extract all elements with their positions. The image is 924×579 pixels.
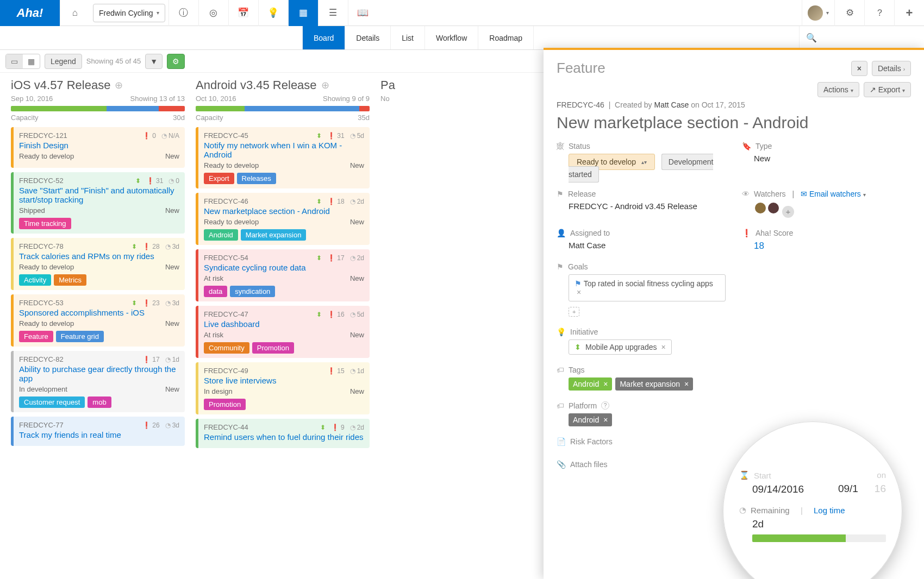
settings-button[interactable]: ⚙	[167, 54, 185, 69]
tag[interactable]: Export	[204, 173, 234, 184]
actions-button[interactable]: Actions ▾	[817, 82, 859, 97]
add-icon[interactable]: ⊕	[321, 79, 329, 91]
list-icon[interactable]: ☰	[318, 0, 348, 26]
feature-card[interactable]: FREDCYC-44 ⬍❗9◔2d Remind users when to f…	[196, 419, 370, 448]
log-time-link[interactable]: Log time	[814, 506, 845, 515]
card-status: Ready to develop	[19, 263, 74, 271]
email-watchers-link[interactable]: ✉ Email watchers ▾	[801, 190, 866, 198]
add-icon[interactable]: ⊕	[115, 79, 123, 91]
tab-list[interactable]: List	[391, 26, 425, 49]
tag[interactable]: mob	[88, 397, 111, 408]
feature-card[interactable]: FREDCYC-121 ❗0◔N/A Finish Design Ready t…	[11, 127, 185, 168]
feature-card[interactable]: FREDCYC-53 ⬍❗23◔3d Sponsored accomplishm…	[11, 294, 185, 347]
platform-chip[interactable]: Android×	[569, 413, 612, 426]
logo[interactable]: Aha!	[0, 0, 60, 26]
tag[interactable]: Metrics	[54, 274, 86, 286]
tag[interactable]: data	[204, 286, 227, 297]
tab-workflow[interactable]: Workflow	[425, 26, 478, 49]
book-icon[interactable]: 📖	[348, 0, 378, 26]
start-date[interactable]: 09/14/2016	[739, 483, 804, 495]
legend-button[interactable]: Legend	[45, 54, 82, 69]
tag[interactable]: Promotion	[204, 399, 246, 410]
tag[interactable]: Time tracking	[19, 218, 71, 229]
tag[interactable]: syndication	[230, 286, 275, 297]
feature-card[interactable]: FREDCYC-45 ⬍❗31◔5d Notify my network whe…	[196, 127, 370, 188]
feature-card[interactable]: FREDCYC-54 ⬍❗17◔2d Syndicate cycling rou…	[196, 249, 370, 301]
goal-chip[interactable]: ⚑ Top rated in social fitness cycling ap…	[569, 274, 726, 301]
search-input[interactable]: 🔍	[799, 26, 924, 49]
tag[interactable]: Promotion	[252, 342, 294, 354]
watcher-avatar[interactable]	[754, 202, 767, 215]
filter-button[interactable]: ▼	[145, 54, 163, 69]
tab-board[interactable]: Board	[302, 26, 345, 49]
tag[interactable]: Android	[204, 229, 238, 241]
watcher-avatar[interactable]	[767, 202, 780, 215]
card-status: At risk	[204, 331, 223, 339]
card-title[interactable]: Store live interviews	[204, 376, 364, 385]
tab-roadmap[interactable]: Roadmap	[478, 26, 534, 49]
export-button[interactable]: ↗ Export ▾	[864, 82, 911, 97]
gear-icon[interactable]: ⚙	[834, 0, 864, 26]
card-view-icon[interactable]: ▭	[6, 54, 23, 68]
feature-card[interactable]: FREDCYC-82 ❗17◔1d Ability to purchase ge…	[11, 351, 185, 412]
plus-icon[interactable]: +	[894, 0, 924, 26]
lightbulb-icon[interactable]: 💡	[258, 0, 288, 26]
add-watcher-button[interactable]: +	[782, 206, 794, 218]
help-icon[interactable]: ？	[864, 0, 894, 26]
tag[interactable]: Feature grid	[56, 331, 104, 342]
details-button[interactable]: Details ›	[872, 61, 911, 76]
score-value[interactable]: 18	[742, 241, 911, 251]
view-toggle[interactable]: ▭ ▦	[5, 54, 40, 69]
tag[interactable]: Releases	[237, 173, 276, 184]
card-title[interactable]: Remind users when to fuel during their r…	[204, 432, 364, 442]
card-title[interactable]: Track calories and RPMs on my rides	[19, 251, 179, 261]
home-icon[interactable]: ⌂	[60, 0, 90, 26]
calendar-icon[interactable]: 📅	[228, 0, 258, 26]
feature-name[interactable]: New marketplace section - Android	[557, 114, 911, 132]
due-date[interactable]: 09/116	[825, 483, 886, 495]
release-title[interactable]: Android v3.45 Release ⊕	[196, 78, 370, 92]
card-id: FREDCYC-44	[204, 423, 248, 431]
card-title[interactable]: Live dashboard	[204, 319, 364, 329]
release-value[interactable]: FREDCYC - Android v3.45 Release	[557, 202, 726, 211]
feature-card[interactable]: FREDCYC-49 ❗15◔1d Store live interviews …	[196, 362, 370, 414]
feature-card[interactable]: FREDCYC-47 ⬍❗16◔5d Live dashboard At ris…	[196, 306, 370, 358]
tag-market-expansion[interactable]: Market expansion×	[615, 377, 693, 391]
tag[interactable]: Feature	[19, 331, 53, 342]
initiative-chip[interactable]: ⬍Mobile App upgrades×	[569, 339, 672, 355]
feature-card[interactable]: FREDCYC-52 ⬍❗31◔0 Save "Start" and "Fini…	[11, 172, 185, 234]
release-title[interactable]: iOS v4.57 Release ⊕	[11, 78, 185, 92]
feature-card[interactable]: FREDCYC-46 ⬍❗18◔2d New marketplace secti…	[196, 193, 370, 245]
tag[interactable]: Activity	[19, 274, 51, 286]
workspace-selector[interactable]: Fredwin Cycling▾	[93, 4, 165, 22]
target-icon[interactable]: ◎	[198, 0, 228, 26]
feature-card[interactable]: FREDCYC-77 ❗26◔3d Track my friends in re…	[11, 417, 185, 446]
assigned-value[interactable]: Matt Case	[557, 241, 726, 250]
feature-card[interactable]: FREDCYC-78 ⬍❗28◔3d Track calories and RP…	[11, 238, 185, 290]
type-value[interactable]: New	[742, 154, 911, 163]
tag-android[interactable]: Android×	[569, 377, 612, 391]
grid-icon[interactable]: ▦	[288, 0, 318, 26]
card-title[interactable]: Syndicate cycling route data	[204, 263, 364, 272]
tag[interactable]: Market expansion	[241, 229, 307, 241]
close-button[interactable]: ×	[851, 61, 867, 76]
card-title[interactable]: Sponsored accomplishments - iOS	[19, 308, 179, 317]
help-icon[interactable]: ?	[601, 401, 609, 410]
release-title[interactable]: Pa	[380, 78, 402, 92]
add-goal-button[interactable]: +	[569, 307, 579, 317]
card-title[interactable]: Finish Design	[19, 141, 179, 150]
card-type: New	[350, 331, 364, 339]
tag[interactable]: Community	[204, 342, 249, 354]
compact-view-icon[interactable]: ▦	[23, 54, 40, 68]
card-title[interactable]: Notify my network when I win a KOM - And…	[204, 141, 364, 159]
card-title[interactable]: New marketplace section - Android	[204, 206, 364, 216]
user-menu[interactable]: ▾	[802, 0, 834, 26]
score-badge: ❗28	[142, 243, 159, 250]
card-title[interactable]: Ability to purchase gear directly throug…	[19, 364, 179, 383]
attach-label[interactable]: 📎Attach files	[557, 460, 726, 469]
card-title[interactable]: Track my friends in real time	[19, 430, 179, 439]
card-title[interactable]: Save "Start" and "Finish" and automatica…	[19, 186, 179, 204]
tab-details[interactable]: Details	[345, 26, 391, 49]
tag[interactable]: Customer request	[19, 397, 85, 408]
info-icon[interactable]: ⓘ	[168, 0, 198, 26]
